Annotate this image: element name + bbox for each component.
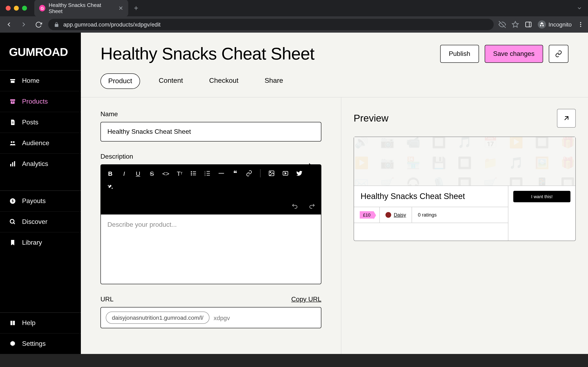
svg-rect-18 bbox=[14, 161, 15, 166]
description-textarea[interactable]: Describe your product... bbox=[101, 215, 321, 284]
svg-point-5 bbox=[580, 24, 581, 25]
tab-product[interactable]: Product bbox=[100, 73, 140, 89]
preview-price: £10 bbox=[354, 207, 380, 223]
undo-icon[interactable] bbox=[291, 201, 300, 210]
i-want-this-button[interactable]: I want this! bbox=[513, 191, 571, 202]
archive-icon bbox=[9, 98, 16, 105]
page-title: Healthy Snacks Cheat Sheet bbox=[100, 44, 314, 64]
url-slug-input[interactable] bbox=[214, 314, 316, 321]
svg-marker-40 bbox=[285, 173, 286, 174]
svg-point-6 bbox=[580, 26, 581, 27]
underline-icon[interactable]: U bbox=[134, 169, 143, 178]
svg-point-4 bbox=[580, 22, 581, 23]
preview-card: 🔊📷📹🔲🎵📅▶️🔲🎁 ▶️📷🏪💾🔲📁🎵🖼️🎁 ✉️🛒🎧🎙️🔲🛒🔲📱🔲 Healt… bbox=[354, 137, 576, 241]
magic-icon[interactable] bbox=[106, 183, 115, 192]
sidebar-item-products[interactable]: Products bbox=[0, 91, 81, 112]
save-changes-button[interactable]: Save changes bbox=[484, 45, 543, 63]
preview-description-area bbox=[354, 223, 508, 241]
hr-icon[interactable] bbox=[217, 169, 226, 178]
logo[interactable]: GUMROAD bbox=[0, 33, 81, 70]
eye-off-icon[interactable] bbox=[499, 21, 506, 28]
svg-rect-2 bbox=[526, 22, 531, 27]
incognito-icon bbox=[538, 20, 546, 29]
main-content: Healthy Snacks Cheat Sheet Publish Save … bbox=[81, 33, 588, 354]
browser-tab[interactable]: G Healthy Snacks Cheat Sheet ✕ bbox=[34, 0, 128, 17]
close-window-button[interactable] bbox=[6, 6, 11, 11]
bold-icon[interactable]: B bbox=[106, 169, 115, 178]
svg-rect-12 bbox=[12, 122, 14, 122]
italic-icon[interactable]: I bbox=[120, 169, 129, 178]
preview-ratings: 0 ratings bbox=[412, 207, 442, 223]
back-button[interactable] bbox=[4, 20, 14, 29]
svg-rect-7 bbox=[10, 79, 15, 80]
sidebar-item-posts[interactable]: Posts bbox=[0, 112, 81, 133]
svg-point-21 bbox=[10, 219, 14, 223]
ordered-list-icon[interactable]: 123 bbox=[203, 169, 212, 178]
link-inline-icon[interactable] bbox=[245, 169, 254, 178]
svg-point-15 bbox=[13, 141, 15, 143]
new-tab-button[interactable]: + bbox=[131, 4, 141, 12]
incognito-indicator[interactable]: Incognito bbox=[538, 20, 572, 29]
svg-rect-27 bbox=[193, 173, 196, 174]
redo-icon[interactable] bbox=[307, 201, 316, 210]
reload-button[interactable] bbox=[34, 20, 43, 29]
copy-url-link[interactable]: Copy URL bbox=[291, 296, 321, 303]
image-icon[interactable] bbox=[267, 169, 276, 178]
svg-rect-29 bbox=[193, 175, 196, 175]
sidebar-item-library[interactable]: Library bbox=[0, 232, 81, 253]
titlebar: G Healthy Snacks Cheat Sheet ✕ + bbox=[0, 0, 588, 16]
tab-share[interactable]: Share bbox=[257, 73, 291, 89]
form-panel[interactable]: Name Description B I U S <> TT bbox=[81, 98, 341, 354]
preview-author[interactable]: Daisy bbox=[380, 207, 412, 223]
sidebar-item-home[interactable]: Home bbox=[0, 70, 81, 91]
open-preview-button[interactable] bbox=[557, 109, 576, 128]
side-panel-icon[interactable] bbox=[525, 21, 532, 28]
sidebar-item-discover[interactable]: Discover bbox=[0, 211, 81, 232]
lock-icon bbox=[54, 22, 59, 27]
sidebar-item-help[interactable]: Help bbox=[0, 312, 81, 333]
minimize-window-button[interactable] bbox=[14, 6, 19, 11]
svg-rect-25 bbox=[193, 171, 196, 172]
publish-button[interactable]: Publish bbox=[440, 45, 479, 63]
copy-link-button[interactable] bbox=[549, 45, 568, 63]
sidebar-item-label: Products bbox=[22, 98, 48, 105]
svg-rect-11 bbox=[12, 102, 13, 102]
favicon-icon: G bbox=[39, 5, 45, 11]
file-icon bbox=[9, 119, 16, 126]
quote-icon[interactable]: ❝ bbox=[231, 169, 240, 178]
kebab-menu-icon[interactable] bbox=[577, 21, 584, 28]
sidebar-item-label: Settings bbox=[22, 340, 46, 347]
name-input[interactable] bbox=[100, 122, 321, 142]
svg-rect-13 bbox=[12, 123, 14, 123]
bookmark-star-icon[interactable] bbox=[512, 21, 519, 28]
bullet-list-icon[interactable] bbox=[189, 169, 198, 178]
embed-icon[interactable] bbox=[281, 169, 290, 178]
tab-checkout[interactable]: Checkout bbox=[202, 73, 246, 89]
svg-point-14 bbox=[11, 141, 12, 143]
search-icon bbox=[9, 218, 16, 225]
window-controls bbox=[6, 6, 27, 11]
strike-icon[interactable]: S bbox=[147, 169, 156, 178]
book-icon bbox=[9, 319, 16, 327]
close-tab-icon[interactable]: ✕ bbox=[118, 5, 123, 11]
sidebar-item-analytics[interactable]: Analytics bbox=[0, 153, 81, 174]
url-input[interactable]: daisyjonasnutrition1.gumroad.com/l/ bbox=[100, 307, 321, 328]
svg-rect-17 bbox=[12, 162, 13, 166]
dollar-icon: $ bbox=[9, 197, 16, 205]
preview-cover: 🔊📷📹🔲🎵📅▶️🔲🎁 ▶️📷🏪💾🔲📁🎵🖼️🎁 ✉️🛒🎧🎙️🔲🛒🔲📱🔲 bbox=[354, 137, 575, 186]
sidebar-item-label: Audience bbox=[22, 140, 49, 147]
fullscreen-window-button[interactable] bbox=[22, 6, 27, 11]
gear-icon bbox=[9, 340, 16, 347]
address-bar[interactable]: app.gumroad.com/products/xdpgv/edit bbox=[48, 19, 494, 30]
code-icon[interactable]: <> bbox=[161, 169, 170, 178]
sidebar-item-settings[interactable]: Settings bbox=[0, 333, 81, 354]
heading-icon[interactable]: TT bbox=[175, 169, 184, 178]
forward-button[interactable] bbox=[19, 20, 29, 29]
tabs-menu-icon[interactable] bbox=[577, 5, 582, 11]
sidebar-item-payouts[interactable]: $ Payouts bbox=[0, 191, 81, 211]
sidebar-item-audience[interactable]: Audience bbox=[0, 133, 81, 153]
avatar-icon bbox=[386, 212, 391, 218]
bookmark-icon bbox=[9, 239, 16, 246]
tab-content[interactable]: Content bbox=[151, 73, 190, 89]
twitter-icon[interactable] bbox=[295, 169, 304, 178]
